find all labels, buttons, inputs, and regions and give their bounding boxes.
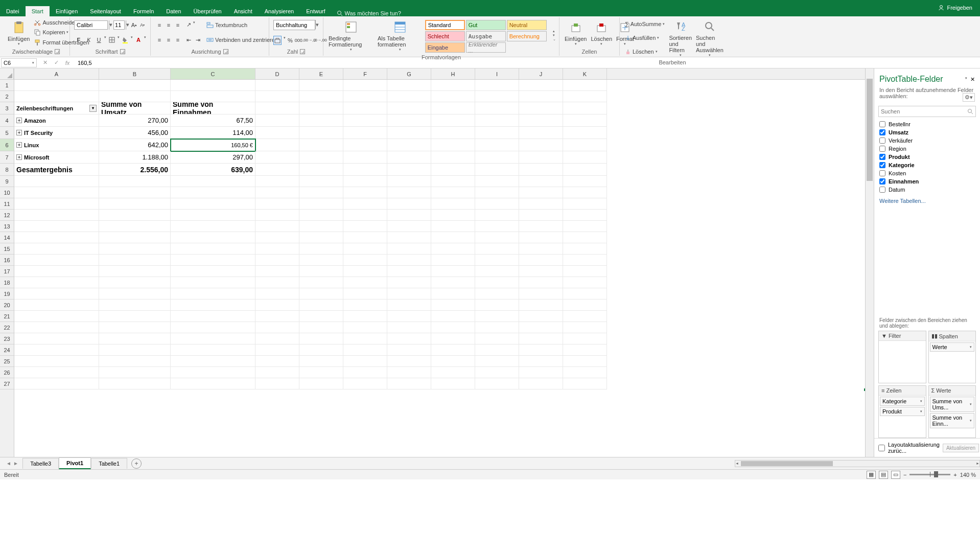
pivot-row[interactable]: Microsoft [14, 151, 99, 164]
pivot-col-header[interactable]: Summe von Umsatz [99, 102, 171, 114]
normal-view-icon[interactable]: ▦ [867, 471, 876, 479]
select-all-button[interactable] [0, 68, 14, 80]
autosum-button[interactable]: ∑ AutoSumme▾ [623, 20, 667, 28]
area-item[interactable]: Summe von Ums...▾ [930, 397, 975, 412]
area-item[interactable]: Summe von Einn...▾ [930, 413, 975, 428]
row-header[interactable]: 19 [0, 288, 14, 300]
tab-datei[interactable]: Datei [0, 6, 26, 16]
sheet-nav-next[interactable]: ► [12, 461, 19, 466]
row-header[interactable]: 10 [0, 187, 14, 198]
font-color-button[interactable]: A [134, 35, 143, 44]
row-header[interactable]: 18 [0, 277, 14, 288]
pivot-field-kategorie[interactable]: Kategorie [879, 161, 975, 169]
vertical-scrollbar[interactable] [865, 68, 874, 457]
style-eingabe[interactable]: Eingabe [425, 42, 465, 53]
col-header[interactable]: A [14, 68, 99, 79]
inc-decimals-icon[interactable]: ,00→,0 [305, 36, 314, 45]
pivot-field-umsatz[interactable]: Umsatz [879, 128, 975, 136]
number-launcher[interactable] [300, 49, 305, 54]
row-header[interactable]: 14 [0, 232, 14, 243]
row-header[interactable]: 4 [0, 114, 14, 127]
pivot-row[interactable]: Linux [14, 139, 99, 151]
sheet-tab[interactable]: Tabelle3 [22, 458, 59, 469]
tell-me-search[interactable]: Was möchten Sie tun? [337, 10, 401, 16]
row-header[interactable]: 20 [0, 300, 14, 311]
horizontal-scrollbar[interactable]: ◄► [735, 460, 980, 467]
row-header[interactable]: 15 [0, 243, 14, 255]
conditional-format-button[interactable]: Bedingte Formatierung▾ [326, 17, 376, 53]
indent-dec-icon[interactable]: ⇤ [184, 35, 193, 44]
fill-color-button[interactable] [121, 35, 130, 44]
align-right-icon[interactable]: ≡ [173, 35, 182, 44]
row-header[interactable]: 3 [0, 102, 14, 114]
style-standard[interactable]: Standard [425, 20, 465, 30]
align-top-icon[interactable]: ≡ [155, 20, 164, 30]
pivot-field-bestellnr[interactable]: Bestellnr [879, 120, 975, 128]
row-header[interactable]: 9 [0, 176, 14, 187]
pivot-field-datum[interactable]: Datum [879, 186, 975, 194]
row-header[interactable]: 23 [0, 333, 14, 344]
active-cell[interactable]: 160,50 € [171, 139, 255, 151]
tab-analysieren[interactable]: Analysieren [259, 6, 300, 16]
delete-cells-button[interactable]: Löschen▾ [589, 17, 614, 48]
zoom-out-icon[interactable]: − [903, 472, 906, 478]
row-header[interactable]: 22 [0, 322, 14, 333]
pivot-field-region[interactable]: Region [879, 145, 975, 153]
indent-inc-icon[interactable]: ⇥ [193, 35, 202, 44]
style-schlecht[interactable]: Schlecht [425, 31, 465, 41]
formula-bar[interactable]: 160,5 [75, 60, 92, 66]
format-table-button[interactable]: Als Tabelle formatieren▾ [376, 17, 425, 53]
fill-button[interactable]: Ausfüllen▾ [623, 34, 667, 42]
values-area[interactable]: Σ Werte Summe von Ums...▾ Summe von Einn… [928, 385, 976, 438]
accounting-format-icon[interactable] [273, 36, 282, 45]
area-item[interactable]: Kategorie▾ [880, 397, 925, 406]
find-select-button[interactable]: Suchen und Auswählen▾ [694, 17, 726, 58]
pivot-field-einnahmen[interactable]: Einnahmen [879, 177, 975, 186]
tab-einfuegen[interactable]: Einfügen [50, 6, 84, 16]
align-center-icon[interactable]: ≡ [164, 35, 173, 44]
tab-start[interactable]: Start [26, 6, 50, 16]
sheet-tab[interactable]: Tabelle1 [91, 458, 127, 469]
pivot-row[interactable]: Amazon [14, 114, 99, 127]
worksheet-grid[interactable]: Zeilenbeschriftungen▾Summe von UmsatzSum… [14, 80, 865, 389]
fx-icon[interactable]: fx [63, 60, 72, 66]
row-header[interactable]: 6 [0, 139, 14, 151]
filter-area[interactable]: ▼ Filter [878, 331, 926, 383]
add-sheet-button[interactable]: + [131, 458, 142, 469]
row-header[interactable]: 5 [0, 127, 14, 139]
decrease-font-icon[interactable]: A▾ [139, 20, 146, 30]
zoom-level[interactable]: 140 % [960, 472, 976, 478]
paste-button[interactable]: Einfügen▾ [6, 17, 32, 48]
name-box[interactable]: C6▾ [1, 58, 37, 67]
underline-button[interactable]: U [95, 35, 104, 44]
cancel-formula-icon[interactable]: ✕ [41, 59, 49, 66]
style-neutral[interactable]: Neutral [507, 20, 547, 30]
col-header[interactable]: B [99, 68, 171, 79]
align-left-icon[interactable]: ≡ [155, 35, 164, 44]
align-bottom-icon[interactable]: ≡ [173, 20, 182, 30]
page-break-view-icon[interactable]: ▭ [891, 471, 900, 479]
pivot-field-kosten[interactable]: Kosten [879, 169, 975, 177]
expand-icon[interactable] [16, 154, 22, 160]
expand-icon[interactable] [16, 142, 22, 148]
tab-ansicht[interactable]: Ansicht [228, 6, 259, 16]
border-button[interactable] [107, 35, 116, 44]
filter-dropdown-icon[interactable]: ▾ [89, 105, 97, 112]
row-header[interactable]: 27 [0, 378, 14, 389]
style-ausgabe[interactable]: Ausgabe [466, 31, 506, 41]
tab-ueberpruefen[interactable]: Überprüfen [188, 6, 228, 16]
tab-formeln[interactable]: Formeln [127, 6, 160, 16]
row-header[interactable]: 17 [0, 266, 14, 277]
share-button[interactable]: Freigeben [938, 4, 972, 11]
col-header[interactable]: J [519, 68, 563, 79]
col-header[interactable]: F [343, 68, 387, 79]
more-tables-link[interactable]: Weitere Tabellen... [874, 196, 980, 206]
row-header[interactable]: 21 [0, 311, 14, 322]
row-header[interactable]: 8 [0, 164, 14, 176]
defer-layout-checkbox[interactable] [878, 445, 885, 451]
col-header[interactable]: I [475, 68, 519, 79]
pivot-field-produkt[interactable]: Produkt [879, 153, 975, 161]
columns-area[interactable]: ▮▮ Spalten Werte▾ [928, 331, 976, 383]
col-header[interactable]: D [255, 68, 299, 79]
pivot-row-header[interactable]: Zeilenbeschriftungen▾ [14, 102, 99, 114]
